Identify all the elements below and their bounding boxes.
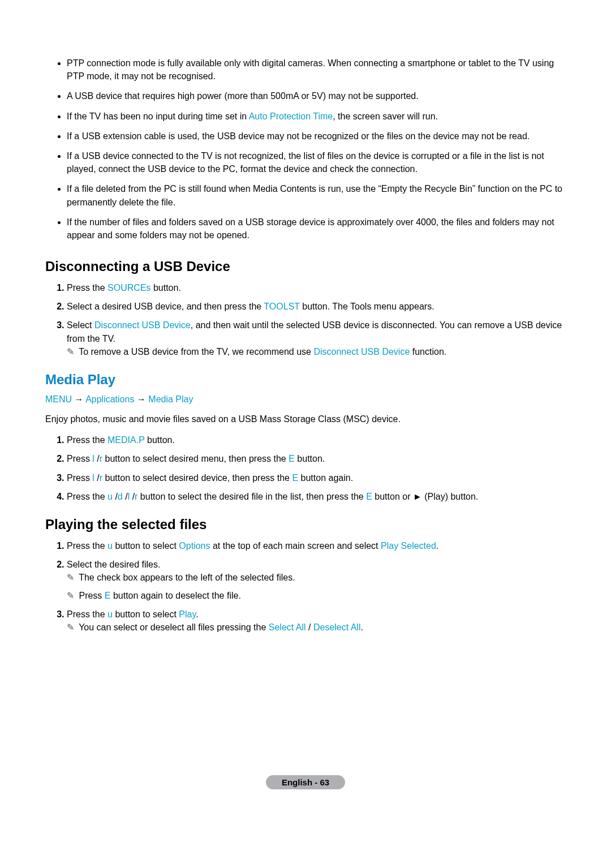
document-page: PTP connection mode is fully available o… <box>0 0 611 812</box>
step-item: Press the SOURCEs button. <box>67 281 566 294</box>
breadcrumb-item: Applications <box>85 394 134 404</box>
step-text: button to select <box>113 609 179 619</box>
note-text: / <box>306 622 313 632</box>
step-text: Select the desired files. <box>67 560 160 569</box>
step-text: / <box>94 454 100 463</box>
step-item: Select the desired files. ✎ The check bo… <box>67 558 566 602</box>
step-text: button again. <box>298 473 353 483</box>
step-text: button to select <box>113 541 179 551</box>
bullet-text: If the number of files and folders saved… <box>67 217 554 240</box>
step-text: button or ► (Play) button. <box>372 492 478 501</box>
bullet-text: PTP connection mode is fully available o… <box>67 58 554 81</box>
highlight-term: TOOLST <box>264 302 299 311</box>
step-text: Press <box>67 473 92 483</box>
note-line: ✎ To remove a USB device from the TV, we… <box>67 345 566 358</box>
step-text: Select a desired USB device, and then pr… <box>67 302 264 311</box>
note-text: . <box>361 622 363 632</box>
section-title-disconnect: Disconnecting a USB Device <box>45 259 566 274</box>
step-text: / <box>94 473 100 483</box>
breadcrumb: MENU → Applications → Media Play <box>45 394 566 405</box>
note-line: ✎ Press E button again to deselect the f… <box>67 589 566 602</box>
step-text: Press the <box>67 541 107 551</box>
step-item: Press the MEDIA.P button. <box>67 433 566 446</box>
note-text: Press <box>79 591 104 600</box>
highlight-term: d <box>118 492 123 501</box>
step-item: Press the u button to select Play. ✎ You… <box>67 608 566 634</box>
highlight-term: u <box>107 609 113 619</box>
highlight-term: E <box>292 473 298 483</box>
note-text: button again to deselect the file. <box>110 591 240 600</box>
step-text: button. <box>295 454 325 463</box>
step-text: / <box>130 492 135 501</box>
bullet-item: If a USB extension cable is used, the US… <box>67 130 566 143</box>
step-text: button. <box>150 283 180 293</box>
bullet-text: A USB device that requires high power (m… <box>67 91 419 101</box>
highlight-term: Disconnect USB Device <box>313 347 410 356</box>
bullet-item: A USB device that requires high power (m… <box>67 89 566 102</box>
bullet-item: If a file deleted from the PC is still f… <box>67 182 566 208</box>
step-text: button to select desired device, then pr… <box>102 473 292 483</box>
section-title-media-play: Media Play <box>45 372 566 388</box>
highlight-term: Deselect All <box>313 622 361 632</box>
bullet-text: If a USB device connected to the TV is n… <box>67 151 544 174</box>
note-line: ✎ The check box appears to the left of t… <box>67 571 566 584</box>
step-item: Press l /r button to select desired menu… <box>67 452 566 465</box>
bullet-text: If the TV has been no input during time … <box>67 111 249 121</box>
highlight-term: Disconnect USB Device <box>94 320 191 330</box>
note-icon: ✎ <box>67 345 74 358</box>
highlight-term: MEDIA.P <box>107 435 145 445</box>
step-item: Press the u button to select Options at … <box>67 539 566 552</box>
top-bullet-list: PTP connection mode is fully available o… <box>45 57 566 242</box>
step-text: Press <box>67 454 92 463</box>
note-icon: ✎ <box>67 621 74 634</box>
highlight-term: E <box>366 492 372 501</box>
note-text: You can select or deselect all files pre… <box>79 622 269 632</box>
note-text: The check box appears to the left of the… <box>79 573 295 582</box>
step-item: Press l /r button to select desired devi… <box>67 471 566 484</box>
note-text: function. <box>410 347 446 356</box>
step-text: button. <box>145 435 175 445</box>
step-text: Press the <box>67 435 107 445</box>
highlight-term: Play Selected <box>381 541 436 551</box>
note-text: To remove a USB device from the TV, we r… <box>79 347 313 356</box>
step-item: Select Disconnect USB Device, and then w… <box>67 319 566 358</box>
section-title-playing: Playing the selected files <box>45 517 566 532</box>
highlight-term: E <box>105 591 111 600</box>
note-icon: ✎ <box>67 571 74 584</box>
step-text: button to select desired menu, then pres… <box>102 454 289 463</box>
step-item: Select a desired USB device, and then pr… <box>67 300 566 313</box>
page-footer: English - 63 <box>45 775 566 789</box>
note-icon: ✎ <box>67 589 74 602</box>
bullet-item: If a USB device connected to the TV is n… <box>67 149 566 175</box>
highlight-term: u <box>107 541 113 551</box>
page-number-badge: English - 63 <box>266 775 345 789</box>
breadcrumb-item: Media Play <box>148 394 193 404</box>
step-text: . <box>196 609 198 619</box>
media-play-steps: Press the MEDIA.P button. Press l /r but… <box>45 433 566 503</box>
breadcrumb-arrow: → <box>134 394 148 404</box>
bullet-item: PTP connection mode is fully available o… <box>67 57 566 83</box>
highlight-term: Auto Protection Time <box>249 111 333 121</box>
highlight-term: Play <box>179 609 196 619</box>
bullet-text: , the screen saver will run. <box>333 111 438 121</box>
bullet-text: If a USB extension cable is used, the US… <box>67 131 530 141</box>
note-line: ✎ You can select or deselect all files p… <box>67 621 566 634</box>
step-text: / <box>123 492 128 501</box>
highlight-term: Options <box>179 541 210 551</box>
step-text: button. The Tools menu appears. <box>300 302 434 311</box>
bullet-text: If a file deleted from the PC is still f… <box>67 184 562 207</box>
step-text: Press the <box>67 283 107 293</box>
step-text: at the top of each main screen and selec… <box>210 541 381 551</box>
step-text: / <box>113 492 118 501</box>
playing-steps: Press the u button to select Options at … <box>45 539 566 634</box>
intro-text: Enjoy photos, music and movie files save… <box>45 412 566 426</box>
step-text: . <box>436 541 438 551</box>
step-text: Press the <box>67 492 107 501</box>
highlight-term: SOURCEs <box>107 283 150 293</box>
step-text: button to select the desired file in the… <box>137 492 366 501</box>
breadcrumb-item: MENU <box>45 394 72 404</box>
step-item: Press the u /d /l /r button to select th… <box>67 490 566 503</box>
step-text: Press the <box>67 609 107 619</box>
breadcrumb-arrow: → <box>72 394 85 404</box>
step-text: Select <box>67 320 94 330</box>
